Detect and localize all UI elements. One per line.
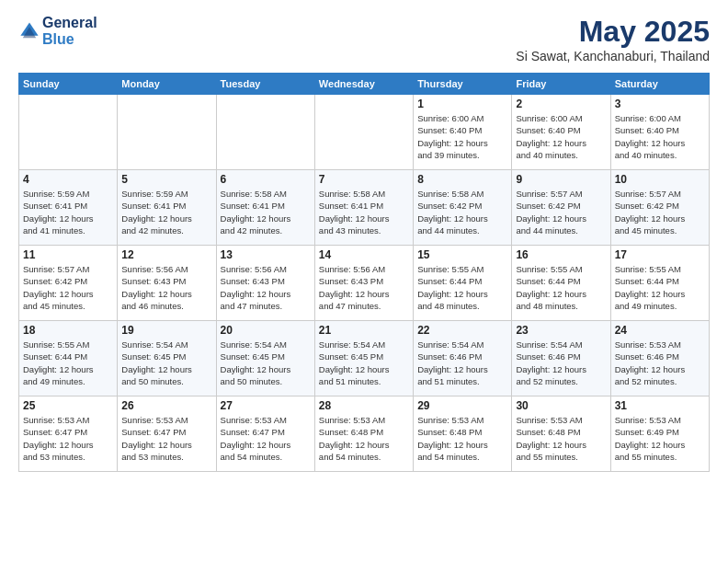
day-number: 6 [221,173,311,186]
day-info: Sunrise: 5:59 AM Sunset: 6:41 PM Dayligh… [121,188,211,236]
calendar-cell: 19Sunrise: 5:54 AM Sunset: 6:45 PM Dayli… [118,321,216,396]
day-info: Sunrise: 5:53 AM Sunset: 6:49 PM Dayligh… [615,414,705,463]
day-info: Sunrise: 5:58 AM Sunset: 6:41 PM Dayligh… [319,188,409,236]
day-number: 25 [23,399,113,412]
calendar-cell: 7Sunrise: 5:58 AM Sunset: 6:41 PM Daylig… [314,170,413,246]
day-number: 7 [319,173,409,186]
day-info: Sunrise: 5:55 AM Sunset: 6:44 PM Dayligh… [23,339,113,387]
calendar-table: SundayMondayTuesdayWednesdayThursdayFrid… [18,73,710,472]
calendar-cell: 2Sunrise: 6:00 AM Sunset: 6:40 PM Daylig… [512,95,610,170]
day-info: Sunrise: 5:53 AM Sunset: 6:47 PM Dayligh… [121,414,211,463]
day-info: Sunrise: 5:54 AM Sunset: 6:46 PM Dayligh… [417,339,507,387]
calendar-cell: 22Sunrise: 5:54 AM Sunset: 6:46 PM Dayli… [414,321,512,396]
calendar-cell: 10Sunrise: 5:57 AM Sunset: 6:42 PM Dayli… [610,170,709,246]
calendar-cell [216,95,314,170]
calendar-cell [118,95,216,170]
day-number: 17 [615,248,705,261]
day-number: 28 [319,399,409,412]
day-number: 16 [516,248,606,261]
weekday-header-sunday: Sunday [19,74,118,95]
day-number: 10 [615,173,705,186]
calendar-cell: 4Sunrise: 5:59 AM Sunset: 6:41 PM Daylig… [19,170,118,246]
day-number: 31 [615,399,705,412]
day-info: Sunrise: 5:55 AM Sunset: 6:44 PM Dayligh… [417,263,507,312]
day-info: Sunrise: 5:53 AM Sunset: 6:47 PM Dayligh… [221,414,311,463]
day-info: Sunrise: 5:54 AM Sunset: 6:45 PM Dayligh… [319,339,409,387]
day-info: Sunrise: 5:54 AM Sunset: 6:45 PM Dayligh… [121,339,211,387]
day-number: 29 [417,399,507,412]
calendar-cell: 17Sunrise: 5:55 AM Sunset: 6:44 PM Dayli… [610,246,709,321]
day-info: Sunrise: 5:57 AM Sunset: 6:42 PM Dayligh… [23,263,113,312]
calendar-cell: 27Sunrise: 5:53 AM Sunset: 6:47 PM Dayli… [216,396,314,472]
day-number: 27 [221,399,311,412]
week-row-5: 25Sunrise: 5:53 AM Sunset: 6:47 PM Dayli… [19,396,710,472]
day-info: Sunrise: 6:00 AM Sunset: 6:40 PM Dayligh… [417,112,507,161]
calendar-cell: 26Sunrise: 5:53 AM Sunset: 6:47 PM Dayli… [118,396,216,472]
day-info: Sunrise: 6:00 AM Sunset: 6:40 PM Dayligh… [615,112,705,161]
day-number: 12 [121,248,211,261]
day-number: 3 [615,98,705,110]
calendar-cell: 31Sunrise: 5:53 AM Sunset: 6:49 PM Dayli… [610,396,709,472]
day-info: Sunrise: 5:53 AM Sunset: 6:47 PM Dayligh… [23,414,113,463]
day-number: 8 [417,173,507,186]
calendar-cell: 9Sunrise: 5:57 AM Sunset: 6:42 PM Daylig… [512,170,610,246]
calendar-cell: 30Sunrise: 5:53 AM Sunset: 6:48 PM Dayli… [512,396,610,472]
day-number: 19 [121,324,211,337]
weekday-header-friday: Friday [512,74,610,95]
day-info: Sunrise: 5:59 AM Sunset: 6:41 PM Dayligh… [23,188,113,236]
day-number: 18 [23,324,113,337]
day-info: Sunrise: 5:54 AM Sunset: 6:46 PM Dayligh… [516,339,606,387]
calendar-cell: 5Sunrise: 5:59 AM Sunset: 6:41 PM Daylig… [118,170,216,246]
day-info: Sunrise: 5:54 AM Sunset: 6:45 PM Dayligh… [221,339,311,387]
title-block: May 2025 Si Sawat, Kanchanaburi, Thailan… [516,15,710,63]
logo-text: General Blue [42,15,97,48]
calendar-cell: 25Sunrise: 5:53 AM Sunset: 6:47 PM Dayli… [19,396,118,472]
day-number: 21 [319,324,409,337]
calendar-cell: 24Sunrise: 5:53 AM Sunset: 6:46 PM Dayli… [610,321,709,396]
day-info: Sunrise: 5:56 AM Sunset: 6:43 PM Dayligh… [221,263,311,312]
weekday-header-saturday: Saturday [610,74,709,95]
calendar-cell: 16Sunrise: 5:55 AM Sunset: 6:44 PM Dayli… [512,246,610,321]
day-info: Sunrise: 5:57 AM Sunset: 6:42 PM Dayligh… [516,188,606,236]
day-info: Sunrise: 5:56 AM Sunset: 6:43 PM Dayligh… [121,263,211,312]
day-number: 26 [121,399,211,412]
calendar-cell: 23Sunrise: 5:54 AM Sunset: 6:46 PM Dayli… [512,321,610,396]
day-info: Sunrise: 5:53 AM Sunset: 6:48 PM Dayligh… [417,414,507,463]
day-number: 22 [417,324,507,337]
calendar-cell [314,95,413,170]
day-info: Sunrise: 5:58 AM Sunset: 6:42 PM Dayligh… [417,188,507,236]
day-number: 5 [121,173,211,186]
week-row-1: 1Sunrise: 6:00 AM Sunset: 6:40 PM Daylig… [19,95,710,170]
calendar-cell: 14Sunrise: 5:56 AM Sunset: 6:43 PM Dayli… [314,246,413,321]
day-info: Sunrise: 6:00 AM Sunset: 6:40 PM Dayligh… [516,112,606,161]
calendar-cell: 12Sunrise: 5:56 AM Sunset: 6:43 PM Dayli… [118,246,216,321]
day-number: 1 [417,98,507,110]
day-info: Sunrise: 5:53 AM Sunset: 6:48 PM Dayligh… [516,414,606,463]
day-number: 9 [516,173,606,186]
week-row-4: 18Sunrise: 5:55 AM Sunset: 6:44 PM Dayli… [19,321,710,396]
weekday-header-row: SundayMondayTuesdayWednesdayThursdayFrid… [19,74,710,95]
day-number: 4 [23,173,113,186]
header: General Blue May 2025 Si Sawat, Kanchana… [18,15,710,63]
day-number: 13 [221,248,311,261]
day-info: Sunrise: 5:53 AM Sunset: 6:48 PM Dayligh… [319,414,409,463]
calendar-cell: 1Sunrise: 6:00 AM Sunset: 6:40 PM Daylig… [414,95,512,170]
day-number: 14 [319,248,409,261]
calendar-page: General Blue May 2025 Si Sawat, Kanchana… [0,0,728,481]
day-info: Sunrise: 5:55 AM Sunset: 6:44 PM Dayligh… [516,263,606,312]
day-number: 24 [615,324,705,337]
week-row-2: 4Sunrise: 5:59 AM Sunset: 6:41 PM Daylig… [19,170,710,246]
weekday-header-wednesday: Wednesday [314,74,413,95]
day-number: 30 [516,399,606,412]
calendar-cell: 21Sunrise: 5:54 AM Sunset: 6:45 PM Dayli… [314,321,413,396]
calendar-cell: 18Sunrise: 5:55 AM Sunset: 6:44 PM Dayli… [19,321,118,396]
day-info: Sunrise: 5:53 AM Sunset: 6:46 PM Dayligh… [615,339,705,387]
day-info: Sunrise: 5:55 AM Sunset: 6:44 PM Dayligh… [615,263,705,312]
calendar-cell: 29Sunrise: 5:53 AM Sunset: 6:48 PM Dayli… [414,396,512,472]
day-number: 23 [516,324,606,337]
week-row-3: 11Sunrise: 5:57 AM Sunset: 6:42 PM Dayli… [19,246,710,321]
calendar-cell [19,95,118,170]
calendar-cell: 13Sunrise: 5:56 AM Sunset: 6:43 PM Dayli… [216,246,314,321]
day-info: Sunrise: 5:58 AM Sunset: 6:41 PM Dayligh… [221,188,311,236]
day-info: Sunrise: 5:57 AM Sunset: 6:42 PM Dayligh… [615,188,705,236]
